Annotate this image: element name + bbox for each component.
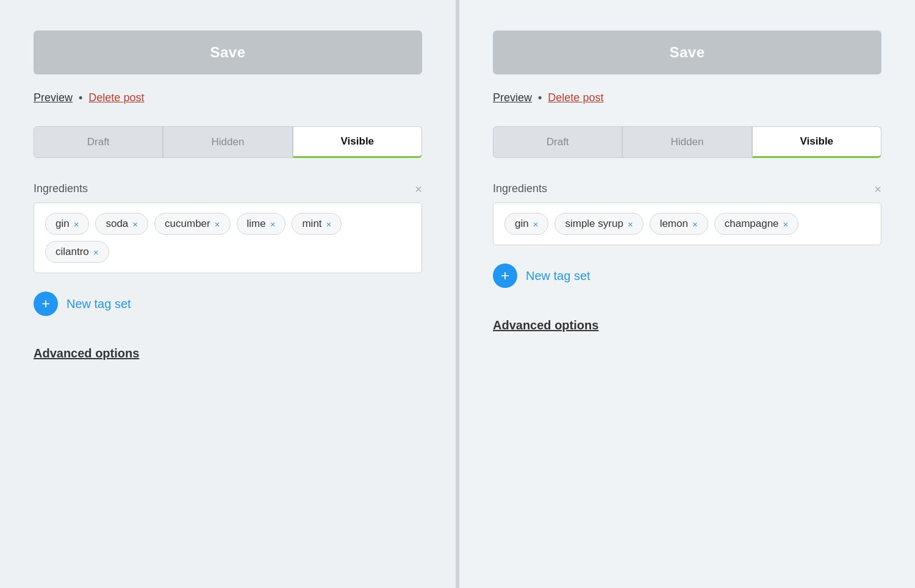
- tag-pill-champagne-right: champagne ×: [714, 213, 799, 235]
- right-panel: Save Preview • Delete post Draft Hidden …: [459, 0, 915, 588]
- tag-pill-mint-left: mint ×: [292, 213, 342, 235]
- tag-pill-cilantro-left: cilantro ×: [45, 241, 109, 263]
- tag-remove-soda-left[interactable]: ×: [132, 219, 138, 229]
- save-button-left[interactable]: Save: [34, 30, 422, 74]
- delete-link-right[interactable]: Delete post: [548, 91, 603, 104]
- tag-section-label-left: Ingredients: [34, 182, 88, 195]
- tag-pill-lime-left: lime ×: [237, 213, 286, 235]
- new-tag-row-right[interactable]: + New tag set: [493, 264, 881, 288]
- tag-name: champagne: [725, 218, 779, 230]
- tag-remove-champagne-right[interactable]: ×: [783, 219, 789, 229]
- tag-remove-lime-left[interactable]: ×: [270, 219, 276, 229]
- tag-name: cilantro: [56, 246, 89, 258]
- status-toggle-left: Draft Hidden Visible: [34, 126, 422, 158]
- tag-section-close-right[interactable]: ×: [874, 183, 881, 195]
- tag-name: cucumber: [165, 218, 210, 230]
- tag-remove-gin-left[interactable]: ×: [74, 219, 79, 229]
- status-hidden-left[interactable]: Hidden: [163, 126, 292, 158]
- tag-pill-lemon-right: lemon ×: [650, 213, 708, 235]
- status-hidden-right[interactable]: Hidden: [622, 126, 752, 158]
- tag-remove-lemon-right[interactable]: ×: [692, 219, 698, 229]
- tag-pill-cucumber-left: cucumber ×: [154, 213, 230, 235]
- dot-left: •: [79, 91, 82, 104]
- status-visible-right[interactable]: Visible: [752, 126, 881, 158]
- tag-section-right: Ingredients × gin × simple syrup × lemon…: [493, 182, 881, 245]
- tag-remove-mint-left[interactable]: ×: [326, 219, 332, 229]
- tag-remove-cucumber-left[interactable]: ×: [215, 219, 220, 229]
- tag-name: lime: [247, 218, 266, 230]
- tag-remove-gin-right[interactable]: ×: [533, 219, 539, 229]
- advanced-options-right[interactable]: Advanced options: [493, 318, 881, 332]
- tag-name: simple syrup: [565, 218, 623, 230]
- tags-box-left: gin × soda × cucumber × lime × mint ×: [34, 203, 422, 273]
- actions-row-right: Preview • Delete post: [493, 91, 881, 104]
- status-visible-left[interactable]: Visible: [293, 126, 422, 158]
- status-toggle-right: Draft Hidden Visible: [493, 126, 881, 158]
- tag-name: mint: [302, 218, 321, 230]
- tag-pill-soda-left: soda ×: [95, 213, 148, 235]
- new-tag-row-left[interactable]: + New tag set: [34, 292, 422, 316]
- tag-section-left: Ingredients × gin × soda × cucumber × li…: [34, 182, 422, 273]
- tag-pill-simple-syrup-right: simple syrup ×: [554, 213, 643, 235]
- tag-section-header-right: Ingredients ×: [493, 182, 881, 195]
- tag-name: gin: [515, 218, 529, 230]
- tag-remove-simple-syrup-right[interactable]: ×: [628, 219, 633, 229]
- tag-pill-gin-right: gin ×: [504, 213, 548, 235]
- advanced-options-left[interactable]: Advanced options: [34, 346, 422, 360]
- plus-icon-right: +: [493, 264, 517, 288]
- save-button-right[interactable]: Save: [493, 30, 881, 74]
- tag-section-close-left[interactable]: ×: [415, 183, 422, 195]
- actions-row-left: Preview • Delete post: [34, 91, 422, 104]
- new-tag-label-left: New tag set: [66, 297, 131, 311]
- status-draft-left[interactable]: Draft: [34, 126, 163, 158]
- tags-box-right: gin × simple syrup × lemon × champagne ×: [493, 203, 881, 245]
- preview-link-right[interactable]: Preview: [493, 91, 532, 104]
- delete-link-left[interactable]: Delete post: [88, 91, 144, 104]
- tag-pill-gin-left: gin ×: [45, 213, 89, 235]
- tag-name: soda: [106, 218, 128, 230]
- tag-remove-cilantro-left[interactable]: ×: [93, 247, 99, 257]
- preview-link-left[interactable]: Preview: [34, 91, 73, 104]
- plus-icon-left: +: [34, 292, 58, 316]
- left-panel: Save Preview • Delete post Draft Hidden …: [0, 0, 459, 588]
- status-draft-right[interactable]: Draft: [493, 126, 622, 158]
- tag-section-label-right: Ingredients: [493, 182, 547, 195]
- tag-name: lemon: [660, 218, 688, 230]
- tag-name: gin: [56, 218, 70, 230]
- page-wrapper: Save Preview • Delete post Draft Hidden …: [0, 0, 915, 588]
- new-tag-label-right: New tag set: [526, 269, 590, 283]
- tag-section-header-left: Ingredients ×: [34, 182, 422, 195]
- dot-right: •: [538, 91, 542, 104]
